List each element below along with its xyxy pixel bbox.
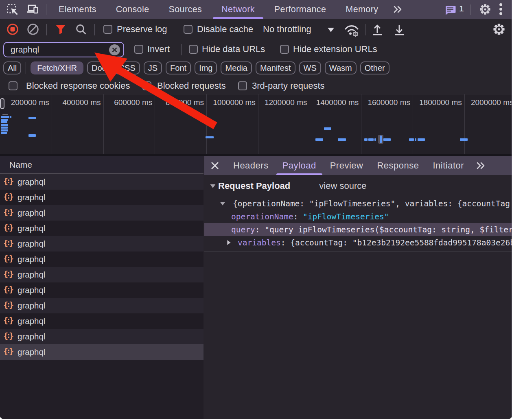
tree-collapsed-triangle-icon[interactable] [227,240,230,245]
details-tabs: HeadersPayloadPreviewResponseInitiator [226,156,471,175]
request-row[interactable]: {}graphql [0,313,203,329]
request-row[interactable]: {}graphql [0,267,203,282]
filter-chip-fetchxhr[interactable]: Fetch/XHR [31,61,83,74]
request-row[interactable]: {}graphql [0,221,203,236]
filter-chip-doc[interactable]: Doc [87,61,111,74]
details-tab-headers[interactable]: Headers [226,156,276,175]
network-settings-button[interactable] [493,23,505,35]
details-tab-preview[interactable]: Preview [323,156,370,175]
timeline-tick-label: 1600000 ms [353,98,410,107]
issues-button[interactable] [444,4,456,16]
blocked-requests-checkbox[interactable] [142,81,151,90]
close-details-button[interactable] [209,160,220,171]
waterfall-bar [28,117,36,119]
request-row[interactable]: {}graphql [0,344,203,360]
request-name: graphql [18,347,45,357]
filter-chip-js[interactable]: JS [144,61,162,74]
hide-data-urls-checkbox[interactable] [189,45,198,54]
clear-button[interactable] [27,23,39,35]
waterfall-bar [409,138,414,141]
filter-chip-wasm[interactable]: Wasm [325,61,357,74]
request-row[interactable]: {}graphql [0,205,203,221]
more-details-tabs-button[interactable] [471,161,491,170]
preserve-log-checkbox[interactable] [103,25,112,34]
payload-tree-row[interactable]: query: "query ipFlowTimeseries($accountT… [204,223,512,236]
request-type-filters: AllFetch/XHRDocCSSJSFontImgMediaManifest… [0,59,512,78]
device-toolbar-button[interactable] [27,4,38,15]
details-tab-payload[interactable]: Payload [276,156,323,175]
hide-extension-urls-checkbox[interactable] [280,45,289,54]
braces-json-icon: {} [4,270,15,280]
section-collapse-triangle-icon [210,184,216,188]
request-row[interactable]: {}graphql [0,174,203,190]
filter-chip-other[interactable]: Other [360,61,389,74]
clear-x-icon [112,47,118,53]
timeline-tick-label: 2000000 ms [457,98,512,107]
waterfall-bar [206,136,214,138]
blocked-response-cookies-checkbox[interactable] [9,81,18,90]
panel-tab-elements[interactable]: Elements [49,0,106,19]
search-button[interactable] [75,23,87,35]
import-har-button[interactable] [371,23,383,36]
filter-chip-media[interactable]: Media [221,61,252,74]
view-source-link[interactable]: view source [319,181,366,191]
filter-chip-css[interactable]: CSS [114,61,140,74]
payload-tree-row[interactable]: operationName: "ipFlowTimeseries" [204,210,512,223]
request-name: graphql [18,316,45,326]
clear-filter-button[interactable] [109,44,120,55]
request-row[interactable]: {}graphql [0,329,203,344]
throttling-select[interactable]: No throttling [263,24,311,35]
panel-tab-console[interactable]: Console [106,0,159,19]
record-button[interactable] [7,23,19,35]
request-details-pane: HeadersPayloadPreviewResponseInitiator R… [204,156,512,419]
panel-tab-performance[interactable]: Performance [265,0,336,19]
name-column-header[interactable]: Name [0,156,203,174]
disable-cache-checkbox[interactable] [184,25,193,34]
request-name: graphql [18,192,45,202]
blocked-requests-label: Blocked requests [157,81,226,91]
filter-toggle-button[interactable] [55,24,66,35]
filter-chip-font[interactable]: Font [166,61,191,74]
filter-chip-img[interactable]: Img [195,61,217,74]
request-name: graphql [18,223,45,233]
export-har-button[interactable] [393,23,405,36]
braces-json-icon: {} [4,208,15,218]
panel-tab-network[interactable]: Network [212,0,265,19]
request-row[interactable]: {}graphql [0,236,203,252]
filter-input-value: graphql [11,45,109,55]
settings-button[interactable] [479,4,491,15]
payload-tree-row[interactable]: {operationName: "ipFlowTimeseries", vari… [204,197,512,210]
tree-row-text: operationName: "ipFlowTimeseries" [231,212,389,221]
request-row[interactable]: {}graphql [0,282,203,298]
tree-expanded-triangle-icon[interactable] [220,202,225,205]
filter-chip-all[interactable]: All [3,61,21,74]
details-tab-initiator[interactable]: Initiator [426,156,471,175]
filter-input[interactable]: graphql [3,42,124,57]
network-conditions-button[interactable] [344,23,359,37]
payload-tree-row[interactable]: variables: {accountTag: "b12e3b2192ee558… [204,236,512,249]
settings-gear-icon [479,3,491,15]
network-overview-timeline[interactable]: 200000 ms400000 ms600000 ms800000 ms1000… [0,94,512,156]
panel-tab-sources[interactable]: Sources [159,0,212,19]
inspect-element-button[interactable] [7,4,18,15]
waterfall-bar [1,124,8,126]
-rd-party-requests-checkbox[interactable] [238,81,247,90]
waterfall-bar [364,138,368,141]
customize-devtools-button[interactable] [498,3,503,15]
timeline-tick-label: 1200000 ms [250,98,307,107]
invert-checkbox[interactable] [134,45,143,54]
request-row[interactable]: {}graphql [0,190,203,205]
filter-chip-manifest[interactable]: Manifest [256,61,295,74]
waterfall-bar [418,138,425,141]
-rd-party-requests-label: 3rd-party requests [252,81,325,91]
panel-tab-memory[interactable]: Memory [336,0,388,19]
request-row[interactable]: {}graphql [0,252,203,267]
request-payload-section-header[interactable]: Request Payload view source [204,175,512,197]
request-row[interactable]: {}graphql [0,298,203,313]
issues-count: 1 [459,4,464,13]
funnel-filter-icon [55,24,66,35]
more-panels-button[interactable] [388,5,408,14]
details-tab-response[interactable]: Response [370,156,426,175]
filter-chip-ws[interactable]: WS [299,61,321,74]
toolbar-separator [94,24,95,35]
